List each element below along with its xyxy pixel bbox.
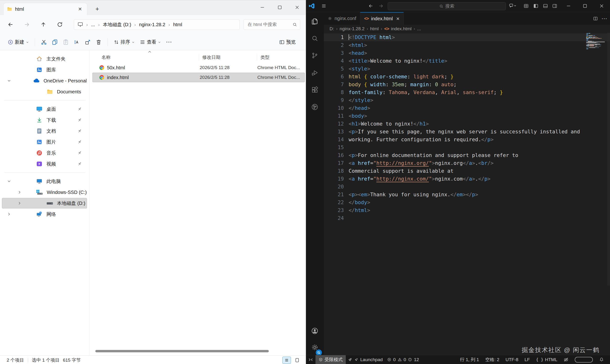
minimap[interactable] — [586, 33, 606, 50]
sort-button[interactable]: 排序 — [111, 37, 137, 48]
chevron-right-icon[interactable] — [7, 212, 22, 216]
eol-status[interactable]: LF — [522, 355, 532, 364]
horizontal-scrollbar[interactable] — [95, 350, 269, 352]
sidebar-item-thispc[interactable]: 此电脑 — [2, 176, 87, 186]
tab-nginx-conf[interactable]: nginx.conf — [324, 12, 360, 25]
code-line-3[interactable]: 3<head> — [324, 49, 610, 57]
code-line-8[interactable]: 8font-family: Tahoma, Verdana, Arial, sa… — [324, 88, 610, 96]
explorer-close-button[interactable] — [288, 0, 306, 14]
view-button[interactable]: 查看 — [137, 37, 163, 48]
delete-button[interactable] — [93, 37, 104, 48]
code-line-12[interactable]: 12<h1>Welcome to nginx!</h1> — [324, 120, 610, 128]
status-pill[interactable] — [572, 355, 596, 364]
search-icon[interactable] — [309, 33, 321, 44]
sidebar-item-c-drive[interactable]: Windows-SSD (C:) — [2, 187, 87, 197]
cursor-position[interactable]: 行 1, 列 1 — [457, 355, 481, 364]
code-line-24[interactable]: 24 — [324, 214, 610, 222]
back-button[interactable] — [6, 20, 15, 29]
column-header-date[interactable]: 修改日期 — [199, 54, 257, 61]
rename-button[interactable] — [71, 37, 82, 48]
problems-status[interactable]: 0 0 12 — [385, 355, 421, 364]
editor-scrollbar[interactable] — [607, 33, 610, 286]
sidebar-item-onedrive[interactable]: OneDrive - Personal — [2, 76, 87, 86]
breadcrumb-item[interactable]: index.html — [391, 26, 412, 31]
split-editor-icon[interactable] — [593, 16, 598, 21]
tab-index-html[interactable]: <> index.html ✕ — [360, 12, 404, 25]
go-forward-icon[interactable] — [377, 2, 385, 10]
address-ellipsis[interactable]: ... — [91, 22, 95, 27]
code-line-7[interactable]: 7body { width: 35em; margin: 0 auto; — [324, 80, 610, 88]
encoding-status[interactable]: UTF-8 — [503, 355, 521, 364]
code-line-18[interactable]: 18Commercial support is available at — [324, 167, 610, 175]
sidebar-item-home[interactable]: 主文件夹 — [2, 54, 87, 64]
menu-icon[interactable] — [320, 2, 328, 10]
paste-button[interactable] — [60, 37, 71, 48]
code-line-19[interactable]: 19<a href="http://nginx.com/">nginx.com<… — [324, 175, 610, 183]
sidebar-item-music[interactable]: 音乐 — [2, 148, 87, 158]
code-line-14[interactable]: 14working. Further configuration is requ… — [324, 136, 610, 143]
copilot-disabled-icon[interactable] — [561, 355, 571, 364]
breadcrumb-item[interactable]: D: — [330, 26, 334, 31]
file-row-50x.html[interactable]: 50x.html2026/2/5 11:28Chrome HTML Doc... — [92, 63, 305, 72]
tab-close-icon[interactable]: ✕ — [396, 16, 400, 21]
vscode-maximize-button[interactable] — [581, 2, 589, 10]
restricted-mode-badge[interactable]: 受限模式 — [315, 355, 346, 364]
go-back-icon[interactable] — [367, 2, 375, 10]
code-line-13[interactable]: 13<p>If you see this page, the nginx web… — [324, 128, 610, 136]
indentation-status[interactable]: 空格: 2 — [482, 355, 502, 364]
code-line-23[interactable]: 23</html> — [324, 206, 610, 214]
chevron-right-icon[interactable] — [17, 190, 22, 195]
sidebar-item-d-drive[interactable]: 本地磁盘 (D:) — [2, 198, 87, 208]
run-debug-icon[interactable] — [309, 67, 321, 78]
command-center-search[interactable]: 搜索 — [388, 2, 506, 10]
code-line-10[interactable]: 10</head> — [324, 104, 610, 112]
code-line-2[interactable]: 2<html> — [324, 41, 610, 49]
breadcrumb-item[interactable]: html — [370, 26, 379, 31]
sidebar-item-network[interactable]: 网络 — [2, 209, 87, 219]
code-editor[interactable]: 1<!DOCTYPE html>2<html>3<head>4<title>We… — [324, 33, 610, 222]
language-mode[interactable]: { } HTML — [533, 355, 560, 364]
vscode-close-button[interactable] — [598, 2, 606, 10]
new-button[interactable]: 新建 — [5, 37, 31, 48]
chevron-down-icon[interactable] — [7, 78, 19, 83]
code-line-4[interactable]: 4<title>Welcome to nginx!</title> — [324, 57, 610, 65]
more-options-button[interactable]: ⋯ — [163, 37, 174, 48]
preview-toggle-button[interactable]: 预览 — [277, 37, 299, 48]
code-line-1[interactable]: 1<!DOCTYPE html> — [324, 33, 610, 41]
address-crumb-html[interactable]: html — [173, 22, 182, 27]
toggle-secondary-sidebar-icon[interactable] — [551, 2, 558, 10]
forward-button[interactable] — [23, 20, 31, 29]
code-line-11[interactable]: 11<body> — [324, 112, 610, 120]
layout-grid-icon[interactable] — [522, 2, 530, 10]
sidebar-item-videos[interactable]: 视频 — [2, 159, 87, 169]
explorer-tab[interactable]: html ✕ — [3, 3, 87, 15]
column-header-type[interactable]: 类型 — [257, 54, 306, 61]
explorer-search-box[interactable]: 在 html 中搜索 — [244, 19, 300, 30]
account-icon[interactable] — [309, 325, 321, 337]
chevron-down-icon[interactable] — [7, 179, 22, 183]
notifications-bell-icon[interactable] — [597, 355, 607, 364]
launchpad-status[interactable]: Launchpad — [346, 355, 385, 364]
source-control-icon[interactable] — [309, 50, 321, 61]
up-button[interactable] — [39, 20, 48, 29]
code-line-5[interactable]: 5<style> — [324, 65, 610, 73]
code-line-15[interactable]: 15 — [324, 143, 610, 151]
toggle-sidebar-icon[interactable] — [532, 2, 540, 10]
copy-button[interactable] — [49, 37, 60, 48]
sidebar-item-gallery[interactable]: 图库 — [2, 65, 87, 75]
refresh-button[interactable] — [55, 20, 64, 29]
code-line-6[interactable]: 6html { color-scheme: light dark; } — [324, 73, 610, 80]
code-line-22[interactable]: 22</body> — [324, 198, 610, 206]
code-line-20[interactable]: 20 — [324, 183, 610, 191]
remote-circle-icon[interactable] — [309, 101, 321, 113]
sidebar-item-documents[interactable]: Documents — [2, 87, 87, 97]
sidebar-item-pictures[interactable]: 图片 — [2, 137, 87, 147]
copilot-chat-icon[interactable] — [507, 2, 518, 10]
explorer-minimize-button[interactable] — [254, 0, 271, 14]
tab-close-icon[interactable]: ✕ — [77, 5, 84, 13]
toggle-panel-icon[interactable] — [542, 2, 549, 10]
extensions-icon[interactable] — [309, 84, 321, 95]
sidebar-item-desktop[interactable]: 桌面 — [2, 104, 87, 114]
editor-more-actions-icon[interactable]: ⋯ — [601, 15, 607, 22]
share-button[interactable] — [82, 37, 93, 48]
